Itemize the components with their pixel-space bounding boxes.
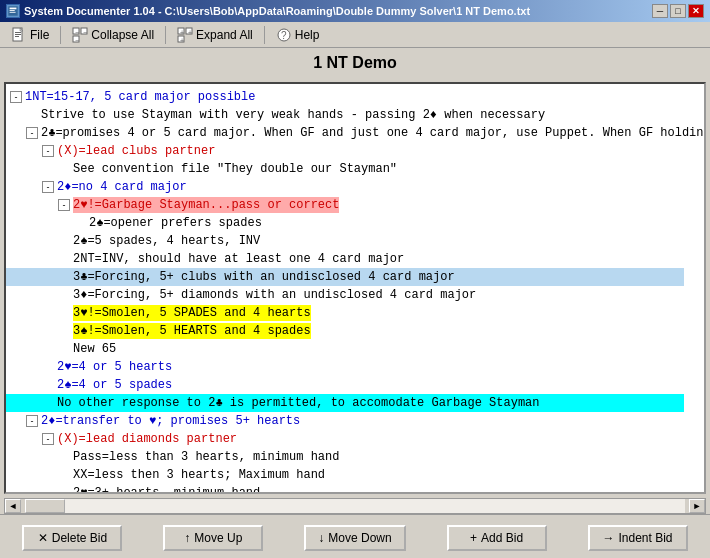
svg-rect-7 (15, 34, 21, 35)
title-bar-text: System Documenter 1.04 - C:\Users\Bob\Ap… (24, 5, 530, 17)
button-bar: ✕ Delete Bid ↑ Move Up ↓ Move Down + Add… (0, 514, 710, 558)
maximize-button[interactable]: □ (670, 4, 686, 18)
indent-bid-button[interactable]: → Indent Bid (588, 525, 688, 551)
menu-file[interactable]: File (4, 24, 56, 46)
tree-row[interactable]: Pass=less than 3 hearts, minimum hand (6, 448, 684, 466)
tree-row[interactable]: See convention file "They double our Sta… (6, 160, 684, 178)
tree-row-text: Pass=less than 3 hearts, minimum hand (73, 449, 339, 465)
expand-button[interactable]: - (26, 415, 38, 427)
svg-text:−: − (75, 29, 79, 36)
tree-container[interactable]: -1NT=15-17, 5 card major possibleStrive … (4, 82, 706, 494)
expand-button[interactable]: - (10, 91, 22, 103)
tree-row[interactable]: -(X)=lead diamonds partner (6, 430, 684, 448)
menu-expand-all[interactable]: + + + Expand All (170, 24, 260, 46)
svg-rect-8 (15, 36, 19, 37)
tree-row[interactable]: 3♠!=Smolen, 5 HEARTS and 4 spades (6, 322, 684, 340)
svg-rect-2 (10, 10, 15, 11)
expand-placeholder (42, 397, 54, 409)
expand-button[interactable]: - (42, 433, 54, 445)
close-button[interactable]: ✕ (688, 4, 704, 18)
tree-row[interactable]: 2♥=3+ hearts, minimum hand (6, 484, 684, 492)
app-icon (6, 4, 20, 18)
tree-row[interactable]: 2NT=INV, should have at least one 4 card… (6, 250, 684, 268)
tree-row-text: 2♦=transfer to ♥; promises 5+ hearts (41, 413, 300, 429)
indent-bid-label: Indent Bid (618, 531, 672, 545)
svg-rect-6 (15, 32, 21, 33)
tree-row-text: 3♦=Forcing, 5+ diamonds with an undisclo… (73, 287, 476, 303)
tree-scroll[interactable]: -1NT=15-17, 5 card major possibleStrive … (6, 84, 704, 492)
move-down-icon: ↓ (318, 531, 324, 545)
expand-placeholder (42, 361, 54, 373)
add-icon: + (470, 531, 477, 545)
tree-row[interactable]: XX=less then 3 hearts; Maximum hand (6, 466, 684, 484)
tree-row[interactable]: 3♦=Forcing, 5+ diamonds with an undisclo… (6, 286, 684, 304)
expand-button[interactable]: - (26, 127, 38, 139)
tree-row-text: No other response to 2♣ is permitted, to… (57, 395, 539, 411)
tree-row[interactable]: 2♠=opener prefers spades (6, 214, 684, 232)
tree-row-text: 2♠=5 spades, 4 hearts, INV (73, 233, 260, 249)
expand-placeholder (58, 271, 70, 283)
menu-help[interactable]: ? Help (269, 24, 327, 46)
move-up-button[interactable]: ↑ Move Up (163, 525, 263, 551)
help-icon: ? (276, 27, 292, 43)
expand-placeholder (58, 289, 70, 301)
tree-row[interactable]: New 65 (6, 340, 684, 358)
scrollbar-track (25, 499, 685, 513)
tree-row-text: 2♥!=Garbage Stayman...pass or correct (73, 197, 339, 213)
tree-row-text: New 65 (73, 341, 116, 357)
horizontal-scrollbar[interactable]: ◄ ► (4, 498, 706, 514)
expand-placeholder (58, 487, 70, 492)
scroll-right-button[interactable]: ► (689, 499, 705, 513)
file-icon (11, 27, 27, 43)
tree-row[interactable]: Strive to use Stayman with very weak han… (6, 106, 684, 124)
tree-row-text: 2♠=opener prefers spades (89, 215, 262, 231)
move-down-button[interactable]: ↓ Move Down (304, 525, 405, 551)
delete-icon: ✕ (38, 531, 48, 545)
page-title: 1 NT Demo (0, 48, 710, 78)
title-bar-controls: ─ □ ✕ (652, 4, 704, 18)
expand-button[interactable]: - (42, 145, 54, 157)
svg-text:+: + (188, 29, 192, 36)
move-down-label: Move Down (328, 531, 391, 545)
collapse-icon: − − − (72, 27, 88, 43)
tree-row[interactable]: 3♥!=Smolen, 5 SPADES and 4 hearts (6, 304, 684, 322)
tree-row[interactable]: 2♠=5 spades, 4 hearts, INV (6, 232, 684, 250)
expand-button[interactable]: - (58, 199, 70, 211)
tree-row[interactable]: 3♣=Forcing, 5+ clubs with an undisclosed… (6, 268, 684, 286)
tree-row[interactable]: -2♥!=Garbage Stayman...pass or correct (6, 196, 684, 214)
add-bid-button[interactable]: + Add Bid (447, 525, 547, 551)
tree-row-text: XX=less then 3 hearts; Maximum hand (73, 467, 325, 483)
svg-text:+: + (180, 29, 184, 36)
tree-row-text: (X)=lead diamonds partner (57, 431, 237, 447)
title-bar: System Documenter 1.04 - C:\Users\Bob\Ap… (0, 0, 710, 22)
tree-row[interactable]: -1NT=15-17, 5 card major possible (6, 88, 684, 106)
expand-placeholder (58, 325, 70, 337)
expand-placeholder (58, 163, 70, 175)
menu-collapse-label: Collapse All (91, 28, 154, 42)
tree-row[interactable]: No other response to 2♣ is permitted, to… (6, 394, 684, 412)
scroll-left-button[interactable]: ◄ (5, 499, 21, 513)
minimize-button[interactable]: ─ (652, 4, 668, 18)
menu-collapse-all[interactable]: − − − Collapse All (65, 24, 161, 46)
move-up-label: Move Up (194, 531, 242, 545)
expand-placeholder (74, 217, 86, 229)
svg-text:−: − (75, 37, 79, 43)
tree-row[interactable]: 2♥=4 or 5 hearts (6, 358, 684, 376)
delete-bid-button[interactable]: ✕ Delete Bid (22, 525, 122, 551)
tree-row[interactable]: 2♠=4 or 5 spades (6, 376, 684, 394)
svg-text:−: − (83, 29, 87, 36)
svg-rect-3 (10, 12, 16, 13)
tree-row-text: 3♥!=Smolen, 5 SPADES and 4 hearts (73, 305, 311, 321)
tree-row[interactable]: -2♦=transfer to ♥; promises 5+ hearts (6, 412, 684, 430)
expand-button[interactable]: - (42, 181, 54, 193)
svg-text:+: + (180, 37, 184, 43)
scrollbar-thumb[interactable] (25, 499, 65, 513)
tree-row-text: 2♥=4 or 5 hearts (57, 359, 172, 375)
tree-row[interactable]: -(X)=lead clubs partner (6, 142, 684, 160)
add-bid-label: Add Bid (481, 531, 523, 545)
tree-row[interactable]: -2♣=promises 4 or 5 card major. When GF … (6, 124, 684, 142)
expand-placeholder (58, 253, 70, 265)
expand-placeholder (58, 343, 70, 355)
tree-row[interactable]: -2♦=no 4 card major (6, 178, 684, 196)
expand-icon: + + + (177, 27, 193, 43)
